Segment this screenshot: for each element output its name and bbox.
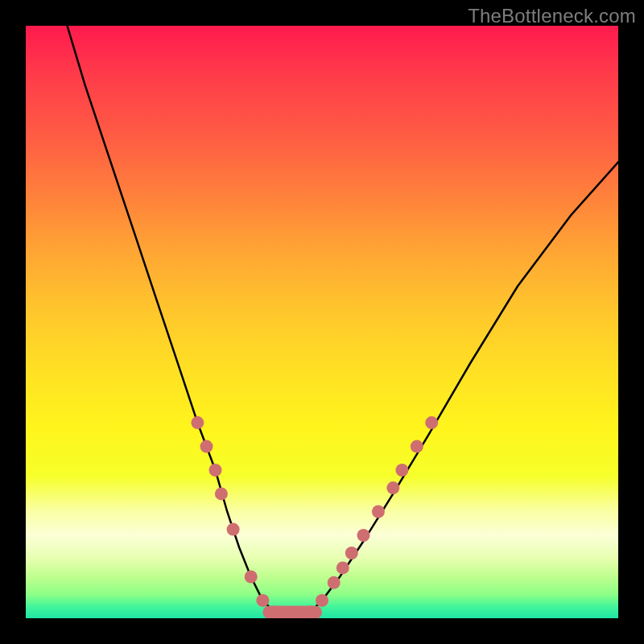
highlight-dot [386, 481, 399, 494]
plot-area [26, 26, 618, 618]
highlight-dot [245, 571, 258, 584]
highlight-dot [425, 416, 438, 429]
highlight-dot [268, 606, 281, 618]
watermark-text: TheBottleneck.com [468, 5, 636, 27]
highlight-dot [345, 547, 358, 559]
highlight-dot [411, 440, 423, 453]
highlight-dot [200, 440, 213, 453]
highlight-dot [256, 594, 269, 607]
highlight-dot [328, 576, 341, 589]
highlight-dot [191, 416, 204, 429]
curve-layer [26, 26, 618, 618]
bottleneck-curve [68, 26, 619, 615]
highlight-dot [372, 506, 385, 518]
highlight-dot [357, 529, 370, 542]
highlight-dot [395, 464, 408, 477]
chart-frame: TheBottleneck.com [0, 0, 644, 644]
highlight-dot [227, 523, 240, 536]
highlight-dot [303, 606, 316, 618]
highlight-dot [215, 487, 228, 500]
highlight-dot [336, 561, 349, 574]
highlight-dot [316, 594, 328, 607]
highlight-dot [209, 464, 222, 477]
